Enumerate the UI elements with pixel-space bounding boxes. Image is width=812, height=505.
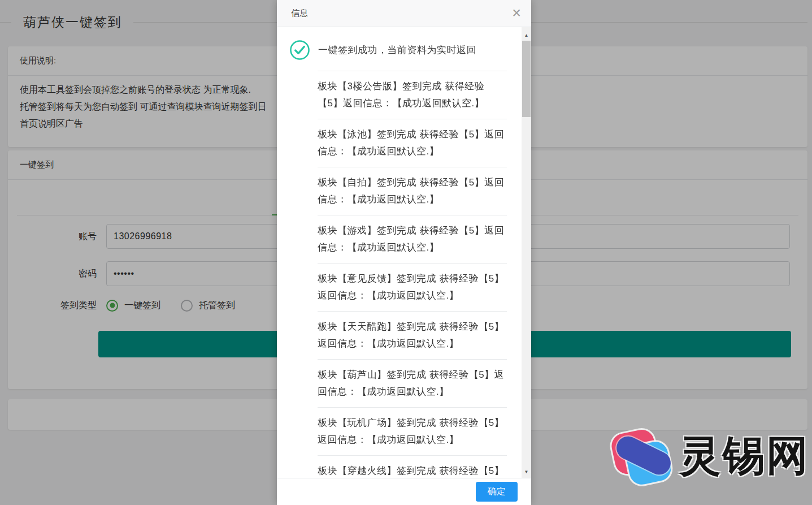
success-check-icon: [289, 40, 310, 61]
scroll-up-icon[interactable]: ▲: [522, 31, 531, 40]
modal-footer: 确定: [277, 478, 531, 505]
scrollbar-thumb[interactable]: [522, 41, 531, 117]
close-icon[interactable]: ×: [510, 6, 523, 21]
signin-result-item: 板块【玩机广场】签到完成 获得经验【5】返回信息：【成功返回默认空.】: [277, 408, 522, 455]
success-message: 一键签到成功，当前资料为实时返回: [318, 44, 476, 57]
scroll-down-icon[interactable]: ▼: [522, 467, 531, 477]
modal-title: 信息: [291, 8, 510, 19]
signin-result-item: 板块【天天酷跑】签到完成 获得经验【5】返回信息：【成功返回默认空.】: [277, 312, 522, 359]
modal-body: 一键签到成功，当前资料为实时返回 板块【3楼公告版】签到完成 获得经验【5】返回…: [277, 27, 522, 478]
signin-result-item: 板块【自拍】签到完成 获得经验【5】返回信息：【成功返回默认空.】: [277, 167, 522, 215]
signin-result-item: 板块【游戏】签到完成 获得经验【5】返回信息：【成功返回默认空.】: [277, 215, 522, 263]
signin-result-item: 板块【穿越火线】签到完成 获得经验【5】: [277, 456, 522, 478]
signin-result-item: 板块【泳池】签到完成 获得经验【5】返回信息：【成功返回默认空.】: [277, 119, 522, 167]
site-watermark: 灵锡网: [609, 428, 810, 485]
signin-result-list: 板块【3楼公告版】签到完成 获得经验【5】返回信息：【成功返回默认空.】板块【泳…: [277, 71, 522, 478]
info-modal: 信息 × 一键签到成功，当前资料为实时返回 板块【3楼公告版】签到完成 获得经验…: [277, 0, 531, 505]
signin-result-item: 板块【葫芦山】签到完成 获得经验【5】返回信息：【成功返回默认空.】: [277, 360, 522, 407]
modal-scrollbar[interactable]: ▲ ▼: [522, 27, 531, 478]
modal-header: 信息 ×: [277, 0, 531, 27]
watermark-text: 灵锡网: [679, 428, 810, 485]
watermark-logo-icon: [609, 428, 677, 485]
confirm-button[interactable]: 确定: [476, 482, 518, 502]
success-row: 一键签到成功，当前资料为实时返回: [277, 27, 522, 61]
signin-result-item: 板块【意见反馈】签到完成 获得经验【5】返回信息：【成功返回默认空.】: [277, 264, 522, 311]
signin-result-item: 板块【3楼公告版】签到完成 获得经验【5】返回信息：【成功返回默认空.】: [277, 71, 522, 119]
